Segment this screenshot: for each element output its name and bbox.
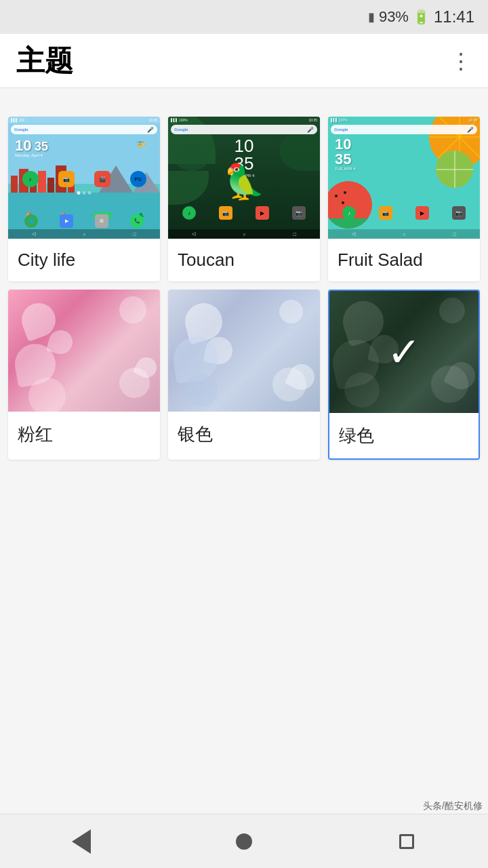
signal-icon: ▮ (368, 9, 375, 24)
theme-preview-pink (8, 290, 160, 412)
theme-label-fruit-salad: Fruit Salad (328, 239, 480, 281)
time-display: 11:41 (434, 7, 474, 26)
overflow-menu-icon[interactable]: ⋮ (450, 48, 472, 74)
watermark: 头条/酷安机修 (423, 800, 483, 812)
theme-card-toucan[interactable]: ▌▌▌ 100% 10:35 Google 🎤 10 35 TUE APR 4 … (168, 117, 320, 281)
theme-preview-green: ✓ (329, 291, 479, 413)
theme-label-city-life: City life (8, 239, 160, 281)
page-title: 主题 (16, 42, 73, 80)
bottom-navigation (0, 814, 488, 868)
home-button[interactable] (224, 821, 264, 862)
theme-label-pink: 粉红 (8, 412, 160, 457)
theme-card-silver[interactable]: 银色 (168, 290, 320, 460)
theme-label-toucan: Toucan (168, 239, 320, 281)
theme-card-city-life[interactable]: ▌▌▌ 100 10:35 Google 🎤 10 35 Monday, Apr… (8, 117, 160, 281)
theme-card-pink[interactable]: 粉红 (8, 290, 160, 460)
themes-grid: ▌▌▌ 100 10:35 Google 🎤 10 35 Monday, Apr… (0, 108, 488, 468)
theme-preview-silver (168, 290, 320, 412)
battery-icon: 🔋 (413, 9, 430, 25)
theme-label-silver: 银色 (168, 412, 320, 457)
theme-label-green: 绿色 (329, 413, 479, 458)
status-icons: ▮ 93% 🔋 11:41 (368, 7, 474, 26)
theme-preview-toucan: ▌▌▌ 100% 10:35 Google 🎤 10 35 TUE APR 4 … (168, 117, 320, 239)
selected-checkmark: ✓ (387, 328, 421, 376)
theme-card-green[interactable]: ✓ 绿色 (328, 290, 480, 460)
recent-apps-button[interactable] (386, 821, 427, 862)
theme-preview-fruit-salad: ▌▌▌ 100% 10:35 Google 🎤 10 35 TUE APR 4 … (328, 117, 480, 239)
theme-preview-city-life: ▌▌▌ 100 10:35 Google 🎤 10 35 Monday, Apr… (8, 117, 160, 239)
back-button[interactable] (61, 821, 102, 862)
battery-text: 93% (379, 8, 409, 26)
status-bar: ▮ 93% 🔋 11:41 (0, 0, 488, 34)
theme-card-fruit-salad[interactable]: ▌▌▌ 100% 10:35 Google 🎤 10 35 TUE APR 4 … (328, 117, 480, 281)
app-header: 主题 ⋮ (0, 34, 488, 88)
top-partial-row (0, 88, 488, 108)
